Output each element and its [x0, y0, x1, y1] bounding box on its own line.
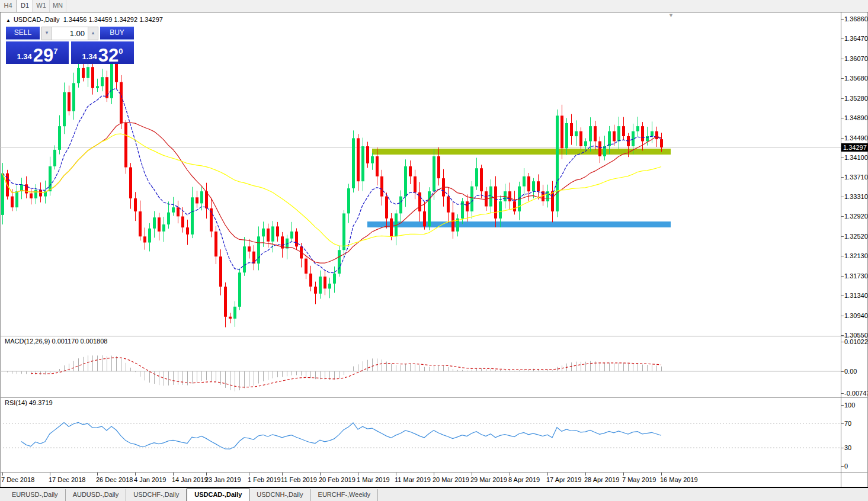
- candle-up[interactable]: [404, 166, 407, 197]
- candle-down[interactable]: [560, 115, 563, 148]
- candle-up[interactable]: [243, 246, 246, 272]
- candle-down[interactable]: [305, 259, 308, 274]
- candle-down[interactable]: [451, 213, 454, 232]
- candle-down[interactable]: [641, 126, 644, 141]
- candle-up[interactable]: [262, 229, 265, 237]
- candle-down[interactable]: [385, 197, 388, 219]
- candle-up[interactable]: [333, 274, 336, 284]
- collapse-icon[interactable]: ▲: [6, 18, 11, 23]
- candle-up[interactable]: [34, 190, 37, 198]
- candle-up[interactable]: [162, 224, 165, 232]
- candle-down[interactable]: [598, 142, 601, 156]
- candle-down[interactable]: [158, 217, 161, 232]
- candle-down[interactable]: [527, 176, 530, 191]
- candle-up[interactable]: [49, 166, 52, 191]
- candle-up[interactable]: [257, 236, 260, 264]
- chart-tab-usdchf[interactable]: USDCHF-,Daily: [126, 489, 187, 501]
- chart-tab-eurusd[interactable]: EURUSD-,Daily: [5, 489, 66, 501]
- candle-down[interactable]: [124, 123, 127, 168]
- candle-up[interactable]: [428, 191, 431, 226]
- candle-up[interactable]: [617, 126, 620, 141]
- candle-up[interactable]: [191, 197, 194, 235]
- candle-down[interactable]: [594, 126, 597, 141]
- candle-up[interactable]: [271, 226, 274, 241]
- candle-down[interactable]: [409, 166, 412, 176]
- chart-tab-audusd[interactable]: AUDUSD-,Daily: [66, 489, 127, 501]
- candle-down[interactable]: [295, 232, 298, 246]
- candle-down[interactable]: [267, 229, 270, 242]
- candle-up[interactable]: [15, 191, 18, 207]
- candle-up[interactable]: [575, 131, 578, 137]
- candle-down[interactable]: [314, 287, 317, 294]
- candle-up[interactable]: [584, 142, 587, 147]
- candle-down[interactable]: [622, 126, 625, 136]
- sell-button[interactable]: SELL: [6, 27, 40, 40]
- candle-down[interactable]: [309, 274, 312, 287]
- candle-down[interactable]: [252, 252, 255, 264]
- chart-tab-eurchf[interactable]: EURCHF-,Weekly: [311, 489, 378, 501]
- candle-down[interactable]: [177, 207, 180, 216]
- candle-up[interactable]: [200, 191, 203, 203]
- candle-down[interactable]: [30, 194, 33, 199]
- candle-up[interactable]: [371, 156, 374, 163]
- candle-up[interactable]: [328, 284, 331, 289]
- candle-down[interactable]: [513, 201, 516, 211]
- candle-up[interactable]: [608, 131, 611, 146]
- candle-up[interactable]: [87, 67, 89, 78]
- candle-up[interactable]: [499, 201, 502, 219]
- candle-up[interactable]: [58, 126, 61, 150]
- candle-down[interactable]: [134, 198, 137, 211]
- candle-down[interactable]: [447, 197, 450, 213]
- candle-up[interactable]: [153, 217, 156, 229]
- candle-down[interactable]: [480, 168, 483, 191]
- candle-down[interactable]: [357, 138, 360, 181]
- candle-up[interactable]: [352, 138, 355, 188]
- candle-up[interactable]: [238, 272, 241, 307]
- candle-down[interactable]: [324, 277, 326, 288]
- candle-up[interactable]: [589, 126, 592, 141]
- volume-decrease-icon[interactable]: ▾: [42, 27, 52, 40]
- candle-up[interactable]: [651, 131, 654, 137]
- candle-down[interactable]: [508, 191, 511, 201]
- candle-up[interactable]: [532, 181, 535, 191]
- candle-down[interactable]: [143, 236, 146, 242]
- candle-up[interactable]: [556, 115, 559, 211]
- candle-down[interactable]: [129, 168, 132, 199]
- volume-input[interactable]: [52, 27, 88, 40]
- buy-button[interactable]: BUY: [100, 27, 134, 40]
- candle-down[interactable]: [139, 211, 142, 236]
- candle-up[interactable]: [72, 83, 75, 111]
- candle-up[interactable]: [167, 213, 170, 224]
- candle-down[interactable]: [196, 197, 198, 203]
- candle-down[interactable]: [276, 226, 279, 236]
- candle-down[interactable]: [437, 156, 440, 178]
- candle-down[interactable]: [11, 197, 14, 208]
- candle-down[interactable]: [366, 146, 369, 163]
- candle-down[interactable]: [376, 156, 379, 176]
- pane-separator-rsi[interactable]: [0, 397, 868, 398]
- candle-down[interactable]: [579, 131, 582, 146]
- candle-down[interactable]: [91, 67, 94, 88]
- candle-down[interactable]: [494, 187, 497, 219]
- candle-down[interactable]: [229, 317, 232, 319]
- candle-up[interactable]: [470, 187, 473, 211]
- candle-up[interactable]: [101, 77, 104, 86]
- candle-up[interactable]: [233, 307, 236, 319]
- chart-tab-usdcnh[interactable]: USDCNH-,Daily: [249, 489, 310, 501]
- candle-down[interactable]: [248, 246, 251, 252]
- candle-down[interactable]: [537, 181, 540, 191]
- candle-up[interactable]: [63, 92, 66, 127]
- candle-down[interactable]: [219, 256, 222, 287]
- candle-down[interactable]: [214, 232, 217, 256]
- candle-up[interactable]: [361, 146, 364, 181]
- sell-price-tile[interactable]: 1.34 29 7: [6, 41, 69, 64]
- candle-up[interactable]: [290, 232, 293, 239]
- candle-up[interactable]: [475, 168, 478, 187]
- candle-down[interactable]: [570, 123, 573, 136]
- candle-up[interactable]: [347, 188, 350, 213]
- candle-up[interactable]: [433, 156, 435, 191]
- candle-down[interactable]: [39, 190, 42, 197]
- candle-down[interactable]: [660, 139, 663, 147]
- volume-increase-icon[interactable]: ▴: [88, 27, 98, 40]
- candle-up[interactable]: [636, 126, 639, 131]
